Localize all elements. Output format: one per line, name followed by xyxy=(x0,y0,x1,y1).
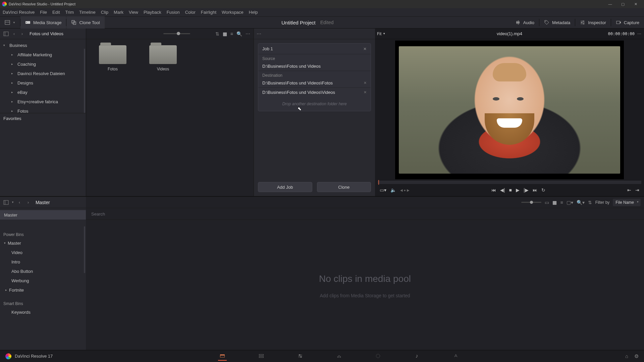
menu-clip[interactable]: Clip xyxy=(101,10,108,15)
list-view-icon[interactable]: ≡ xyxy=(230,31,233,37)
pool-grid-view-icon[interactable]: ▦ xyxy=(552,200,557,205)
maximize-button[interactable]: ▢ xyxy=(616,0,629,8)
viewer-mode-icon[interactable]: ▭▾ xyxy=(380,187,386,193)
pool-tree-scrollbar[interactable] xyxy=(84,226,85,273)
tree-item[interactable]: ▸Fotos xyxy=(0,106,86,113)
menu-edit[interactable]: Edit xyxy=(52,10,60,15)
mark-out-button[interactable]: ⇥ xyxy=(635,187,639,193)
sidebar-toggle-icon[interactable] xyxy=(3,31,9,37)
inspector-panel-button[interactable]: Inspector xyxy=(575,16,610,28)
destination-path-1[interactable]: D:\Business\Fotos und Videos\Fotos✕ xyxy=(258,78,371,88)
viewer-canvas[interactable] xyxy=(395,41,624,179)
clone-tool-button[interactable]: Clone Tool xyxy=(66,16,104,28)
go-end-button[interactable]: ⏭ xyxy=(533,187,537,193)
tree-item[interactable]: ▸eBay xyxy=(0,87,86,97)
add-job-button[interactable]: Add Job xyxy=(258,182,312,192)
pool-nav-forward[interactable]: › xyxy=(25,199,32,206)
nav-back-button[interactable]: ‹ xyxy=(11,31,17,37)
more-icon[interactable]: ⋯ xyxy=(246,31,250,37)
pool-list-view-icon[interactable]: ≡ xyxy=(560,200,563,205)
fairlight-page-icon[interactable]: ♪ xyxy=(413,352,421,361)
menu-color[interactable]: Color xyxy=(185,10,196,15)
menu-file[interactable]: File xyxy=(40,10,47,15)
tree-item[interactable]: ▸Etsy+creative fabrica xyxy=(0,97,86,106)
pool-thumb-slider[interactable] xyxy=(521,202,541,203)
metadata-panel-button[interactable]: Metadata xyxy=(539,16,575,28)
thumbnail-size-slider[interactable] xyxy=(163,33,190,34)
step-forward-button[interactable]: |▶ xyxy=(524,187,529,193)
mute-icon[interactable]: 🔈 xyxy=(390,187,396,193)
zoom-fit-dropdown[interactable]: Fit▼ xyxy=(377,32,385,36)
go-start-button[interactable]: ⏮ xyxy=(491,187,496,193)
source-path[interactable]: D:\Business\Fotos und Videos xyxy=(258,62,371,71)
filter-by-select[interactable]: File Name xyxy=(613,199,641,206)
step-back-button[interactable]: ◀| xyxy=(500,187,505,193)
job-close-icon[interactable]: ✕ xyxy=(363,47,367,51)
layout-dropdown[interactable]: ▼ xyxy=(0,16,20,28)
cut-page-icon[interactable] xyxy=(257,352,266,361)
smart-bin-keywords[interactable]: Keywords xyxy=(0,307,86,317)
pool-sort-icon[interactable]: ⇅ xyxy=(588,200,592,205)
tree-item[interactable]: ▸Davinci Resolve Dateien xyxy=(0,69,86,78)
settings-icon[interactable]: ⚙ xyxy=(634,353,639,359)
menu-fusion[interactable]: Fusion xyxy=(167,10,180,15)
audio-panel-button[interactable]: Audio xyxy=(511,16,539,28)
home-icon[interactable]: ⌂ xyxy=(625,353,628,359)
menu-view[interactable]: View xyxy=(129,10,138,15)
menu-timeline[interactable]: Timeline xyxy=(79,10,96,15)
power-bin-item[interactable]: Intro xyxy=(0,257,86,266)
tree-scrollbar[interactable] xyxy=(84,49,85,113)
loop-button[interactable]: ↻ xyxy=(541,187,545,193)
menu-mark[interactable]: Mark xyxy=(114,10,123,15)
power-bin-master[interactable]: ▾Master xyxy=(0,238,86,248)
color-page-icon[interactable] xyxy=(374,352,382,361)
clone-more-icon[interactable]: ⋯ xyxy=(257,31,261,37)
folder-item[interactable]: Fotos xyxy=(94,45,131,71)
sort-icon[interactable]: ⇅ xyxy=(215,31,219,37)
media-storage-button[interactable]: Media Storage xyxy=(20,16,66,28)
tree-item[interactable]: ▸Designs xyxy=(0,78,86,87)
capture-panel-button[interactable]: Capture xyxy=(611,16,644,28)
mark-in-button[interactable]: ⇤ xyxy=(627,187,631,193)
nav-forward-button[interactable]: › xyxy=(19,31,25,37)
tree-item[interactable]: ▸Coaching xyxy=(0,59,86,69)
search-icon[interactable]: 🔍 xyxy=(236,31,242,37)
folder-label: Videos xyxy=(157,67,169,71)
bin-master[interactable]: Master xyxy=(0,210,86,220)
power-bin-item[interactable]: ▸Fortnite xyxy=(0,285,86,295)
media-page-icon[interactable] xyxy=(218,352,227,361)
edit-page-icon[interactable] xyxy=(296,352,305,361)
deliver-page-icon[interactable] xyxy=(451,352,460,361)
minimize-button[interactable]: — xyxy=(604,0,616,8)
destination-path-2[interactable]: D:\Business\Fotos und Videos\Videos✕ xyxy=(258,88,371,97)
viewer-scrub-bar[interactable] xyxy=(378,181,641,184)
play-button[interactable]: ▶ xyxy=(516,187,520,193)
pool-search-icon[interactable]: 🔍▾ xyxy=(577,200,585,205)
remove-destination-icon[interactable]: ✕ xyxy=(364,81,367,85)
destination-drop-zone[interactable]: Drop another destination folder here xyxy=(258,97,371,111)
viewer-options-icon[interactable]: ⋯ xyxy=(637,32,641,36)
pool-select-view-icon[interactable]: ▢▾ xyxy=(567,200,573,205)
tree-item[interactable]: ▸Affiliate Marketing xyxy=(0,50,86,59)
tree-root[interactable]: ▾Business xyxy=(0,41,86,50)
pool-strip-view-icon[interactable]: ▭ xyxy=(545,200,549,205)
menu-playback[interactable]: Playback xyxy=(144,10,161,15)
remove-destination-icon[interactable]: ✕ xyxy=(364,90,367,95)
pool-search-input[interactable] xyxy=(91,212,639,217)
close-button[interactable]: ✕ xyxy=(629,0,642,8)
power-bin-item[interactable]: Video xyxy=(0,248,86,257)
menu-fairlight[interactable]: Fairlight xyxy=(201,10,216,15)
pool-nav-back[interactable]: ‹ xyxy=(16,199,23,206)
folder-item[interactable]: Videos xyxy=(145,45,181,71)
clone-button[interactable]: Clone xyxy=(317,182,371,192)
menu-trim[interactable]: Trim xyxy=(65,10,74,15)
pool-sidebar-toggle-icon[interactable] xyxy=(3,199,9,206)
fusion-page-icon[interactable] xyxy=(335,352,343,361)
power-bin-item[interactable]: Abo Button xyxy=(0,266,86,276)
stop-button[interactable]: ■ xyxy=(509,187,512,193)
menu-davinci[interactable]: DaVinci Resolve xyxy=(3,10,35,15)
grid-view-icon[interactable]: ▦ xyxy=(223,31,227,37)
menu-workspace[interactable]: Workspace xyxy=(222,10,244,15)
menu-help[interactable]: Help xyxy=(249,10,258,15)
power-bin-item[interactable]: Werbung xyxy=(0,276,86,285)
